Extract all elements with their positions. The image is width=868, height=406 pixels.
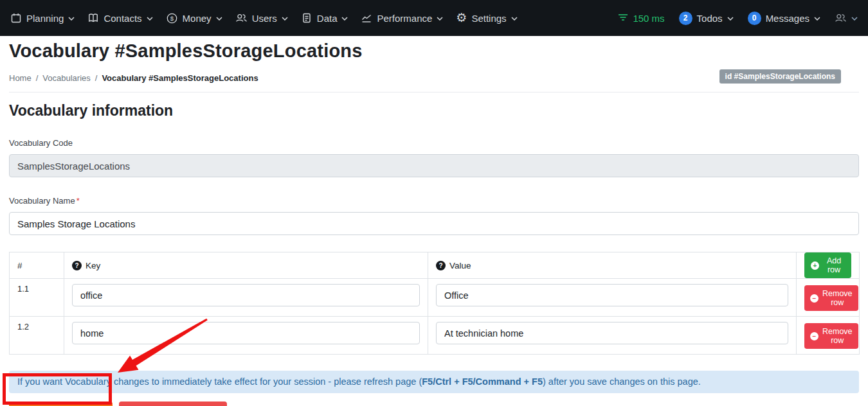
vocabulary-name-label: Vocabulary Name*: [9, 196, 80, 206]
nav-item-data[interactable]: Data: [301, 12, 348, 24]
alert-shortcut-keys: F5/Ctrl + F5/Command + F5: [422, 376, 543, 387]
reset-button[interactable]: Reset to initial state: [119, 402, 228, 406]
column-header-actions: +Add row: [797, 252, 860, 279]
chevron-down-icon: [511, 15, 518, 21]
navbar-menu: Planning Contacts $ Money Users Data Per…: [10, 12, 518, 24]
chevron-down-icon: [147, 15, 153, 21]
save-vocabulary-button[interactable]: Save Vocabulary: [9, 402, 113, 406]
help-icon[interactable]: ?: [72, 261, 82, 270]
required-asterisk: *: [77, 196, 80, 206]
page-title: Vocabulary #SamplesStorageLocations: [9, 40, 859, 62]
svg-text:$: $: [170, 15, 174, 22]
chevron-down-icon: [727, 15, 734, 21]
value-input[interactable]: [436, 284, 788, 306]
nav-item-label: Money: [183, 13, 212, 24]
nav-item-label: Planning: [26, 13, 64, 24]
add-row-button[interactable]: +Add row: [804, 252, 851, 278]
latency-value: 150 ms: [633, 13, 664, 24]
id-badge: id #SamplesStorageLocations: [719, 69, 841, 84]
nav-item-planning[interactable]: Planning: [10, 12, 75, 24]
nav-item-settings[interactable]: ⚙ Settings: [456, 13, 517, 24]
nav-item-money[interactable]: $ Money: [166, 12, 222, 24]
messages-count-badge: 0: [748, 12, 761, 25]
column-header-value: ?Value: [428, 252, 797, 279]
section-title: Vocabulary information: [9, 102, 859, 119]
nav-item-label: Todos: [697, 13, 723, 24]
breadcrumb-separator: /: [36, 73, 39, 83]
contacts-icon: [87, 12, 99, 24]
breadcrumb-separator: /: [95, 73, 98, 83]
nav-item-users[interactable]: Users: [235, 12, 288, 24]
nav-item-performance[interactable]: Performance: [361, 12, 443, 24]
refresh-info-alert: If you want Vocabulary changes to immedi…: [9, 371, 859, 393]
todos-count-badge: 2: [679, 12, 692, 25]
table-row: 1.1 −Remove row: [10, 279, 860, 317]
row-index: 1.2: [10, 317, 64, 355]
help-icon[interactable]: ?: [436, 261, 446, 270]
nav-item-messages[interactable]: 0 Messages: [748, 12, 820, 25]
remove-row-button[interactable]: −Remove row: [804, 285, 858, 311]
nav-item-label: Users: [252, 13, 277, 24]
column-header-index: #: [10, 252, 64, 279]
remove-row-button[interactable]: −Remove row: [804, 323, 858, 349]
nav-item-label: Performance: [377, 13, 432, 24]
nav-item-label: Data: [317, 13, 338, 24]
minus-circle-icon: −: [810, 332, 818, 340]
divider: [9, 92, 859, 93]
money-icon: $: [166, 12, 178, 24]
nav-item-contacts[interactable]: Contacts: [87, 12, 152, 24]
vocabulary-code-field: [9, 154, 859, 177]
minus-circle-icon: −: [810, 294, 818, 303]
chevron-down-icon: [437, 15, 443, 21]
vocabulary-name-field[interactable]: [9, 212, 859, 235]
breadcrumb: Home / Vocabularies / Vocabulary #Sample…: [9, 73, 258, 83]
chevron-down-icon: [282, 15, 288, 21]
nav-item-todos[interactable]: 2 Todos: [679, 12, 734, 25]
chevron-down-icon: [814, 15, 820, 21]
top-navbar: Planning Contacts $ Money Users Data Per…: [0, 0, 868, 36]
column-header-key: ?Key: [64, 252, 428, 279]
nav-item-label: Settings: [471, 13, 506, 24]
document-icon: [301, 12, 312, 24]
chevron-down-icon: [341, 15, 348, 21]
latency-indicator: 150 ms: [618, 13, 664, 24]
chevron-down-icon: [68, 15, 75, 21]
plus-circle-icon: +: [811, 261, 819, 270]
key-input[interactable]: [72, 322, 420, 344]
chevron-down-icon: [851, 15, 858, 21]
breadcrumb-current: Vocabulary #SamplesStorageLocations: [102, 73, 258, 83]
table-header-row: # ?Key ?Value +Add row: [10, 252, 860, 279]
chevron-down-icon: [216, 15, 222, 21]
signal-bars-icon: [618, 13, 628, 24]
table-row: 1.2 −Remove row: [10, 317, 860, 355]
gear-icon: ⚙: [456, 12, 467, 24]
value-input[interactable]: [436, 322, 788, 344]
nav-item-label: Contacts: [104, 13, 141, 24]
chart-line-icon: [361, 12, 372, 24]
breadcrumb-home-link[interactable]: Home: [9, 73, 32, 83]
users-icon: [835, 12, 847, 24]
users-icon: [235, 12, 248, 24]
breadcrumb-vocabularies-link[interactable]: Vocabularies: [42, 73, 90, 83]
vocabulary-code-label: Vocabulary Code: [9, 138, 73, 148]
key-input[interactable]: [72, 284, 420, 306]
nav-item-label: Messages: [766, 13, 809, 24]
vocabulary-items-table: # ?Key ?Value +Add row 1.1: [9, 252, 860, 355]
row-index: 1.1: [10, 279, 64, 317]
calendar-icon: [10, 12, 22, 24]
nav-item-account[interactable]: [835, 12, 858, 24]
navbar-status: 150 ms 2 Todos 0 Messages: [618, 12, 858, 25]
